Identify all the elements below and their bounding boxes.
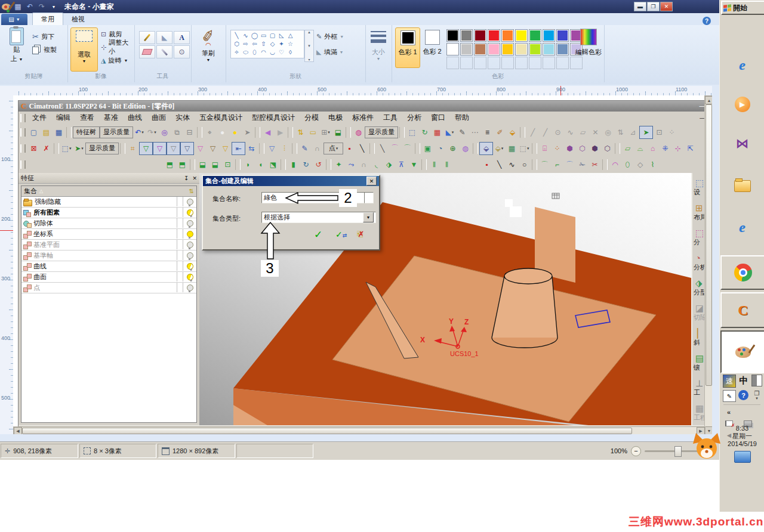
trim-2[interactable]: ✂ [589, 159, 601, 171]
task-cimatron[interactable]: C [720, 292, 764, 328]
pt-red[interactable]: ▪ [480, 159, 493, 171]
outline-button[interactable]: ✎外框▼ [316, 31, 344, 42]
quicklaunch-mediaplayer[interactable]: ▶ [720, 97, 764, 112]
size-button[interactable]: 大小 ▼ [365, 27, 392, 70]
visibility-bulb[interactable] [183, 229, 196, 239]
cimatron-menu-分析[interactable]: 分析 [402, 113, 426, 123]
pin-icon[interactable]: ↧ [184, 175, 189, 181]
shape-cell[interactable]: ▢ [268, 32, 277, 39]
shape-cell[interactable]: ✧ [232, 48, 241, 56]
sketch-line[interactable]: ╱ [526, 126, 539, 138]
viewport[interactable]: X Y Z UCS10_1 集合-创建及编辑 ✕ 集合名称: 綠色 [199, 173, 691, 425]
plane-green[interactable]: ▱ [621, 143, 634, 154]
surf-pair-2[interactable]: ⫴ [440, 159, 453, 171]
sketcher[interactable]: ✎ [298, 143, 311, 154]
bulb-cursor[interactable]: ➤ [241, 126, 254, 138]
shape-cell[interactable]: ◡ [268, 48, 277, 56]
point-button[interactable]: 点▾ [324, 143, 343, 154]
display-quality-button-3[interactable]: 显示质量 [85, 143, 119, 154]
shape-cell[interactable]: ☆ [286, 40, 295, 48]
shape-cell[interactable]: ⇦ [250, 40, 259, 48]
palette-color[interactable] [488, 29, 500, 42]
redo[interactable]: ↷▾ [146, 126, 158, 138]
cimatron-menu-曲面[interactable]: 曲面 [147, 113, 171, 123]
grid-toggle[interactable]: ⊞▾ [319, 126, 332, 138]
tab-home[interactable]: 常用 [32, 13, 63, 25]
dialog-close-icon[interactable]: ✕ [366, 177, 377, 185]
back-arrow[interactable]: ◀ [261, 126, 274, 138]
palette-color[interactable] [501, 29, 514, 42]
palette-color[interactable] [543, 29, 555, 42]
cube-purple-1[interactable]: ⬢ [563, 143, 576, 154]
palette-color[interactable] [529, 43, 541, 55]
show-desktop-button[interactable] [734, 451, 751, 463]
cursor-x[interactable]: ✗ [40, 143, 53, 154]
cimatron-menu-电极[interactable]: 电极 [324, 113, 347, 123]
feature-row[interactable]: 坐标系 [21, 229, 196, 240]
ucs-move[interactable]: ⇱ [684, 143, 697, 154]
axis-circle[interactable]: ⊙ [552, 126, 564, 138]
rotate-button[interactable]: ◮旋轉▼ [101, 55, 128, 66]
select-button[interactable]: 選取 ▼ [70, 27, 98, 72]
cimatron-menu-基准[interactable]: 基准 [99, 113, 123, 123]
cimatron-menu-五金模具设计[interactable]: 五金模具设计 [195, 113, 247, 123]
magnifier-tool[interactable]: ⊙ [174, 45, 190, 58]
edit-colors-button[interactable]: 編輯色彩 [575, 29, 602, 57]
palette-empty-slot[interactable] [556, 57, 569, 69]
palette-color[interactable] [501, 43, 514, 55]
cimatron-menu-分模[interactable]: 分模 [300, 113, 324, 123]
chamfer[interactable]: ⌐ [551, 159, 563, 171]
line-width[interactable]: ≡ [481, 126, 494, 138]
palette-color[interactable] [474, 43, 486, 55]
visibility-bulb[interactable] [183, 218, 196, 228]
curve-tool[interactable]: ∿ [506, 159, 518, 171]
dialog-titlebar[interactable]: 集合-创建及编辑 ✕ [203, 176, 379, 186]
eraser-tool[interactable] [139, 45, 155, 58]
qat-dropdown-icon[interactable]: ▼ [49, 2, 58, 11]
bulb-yellow[interactable]: ● [229, 126, 241, 138]
pick-arrow[interactable]: ➤▾ [73, 143, 85, 154]
palette-color[interactable] [543, 43, 555, 55]
feature-row[interactable]: 切除体 [21, 218, 196, 229]
shape-cell[interactable]: ◺ [277, 32, 286, 39]
orbit-view[interactable]: ◍ [459, 143, 472, 154]
ime-halfwidth-icon[interactable] [751, 375, 762, 386]
line-black[interactable]: ╲ [356, 143, 368, 154]
shape-cell[interactable]: ⇨ [241, 40, 250, 48]
cimatron-menu-编辑[interactable]: 编辑 [51, 113, 75, 123]
shape-cell[interactable]: ⬭ [241, 48, 250, 56]
filter-gold[interactable]: ▽ [219, 143, 232, 154]
fill-color[interactable]: ◣▾ [443, 126, 456, 138]
paint-menu-button[interactable]: ▤▼ [1, 14, 27, 25]
filter-edge[interactable]: ▽ [167, 142, 180, 155]
feature-tree-header[interactable]: 集合 △ ⇅ [21, 186, 196, 197]
filter-dim[interactable]: ⇤ [232, 142, 245, 155]
rotate-entity[interactable]: ↻ [418, 126, 431, 138]
cube-dark-1[interactable]: ⬢ [589, 143, 601, 154]
shape-cell[interactable]: ◯ [250, 32, 259, 39]
ucs-blue[interactable]: ⁜ [659, 143, 671, 154]
shape-cell[interactable]: ⬡ [232, 40, 241, 48]
palette-empty-slot[interactable] [474, 57, 486, 69]
solid-copy-2[interactable]: ⬓ [209, 159, 221, 171]
swap-entities[interactable]: ⇅ [294, 126, 307, 138]
palette-color[interactable] [460, 29, 473, 42]
shape-cell[interactable]: ╲ [232, 32, 241, 39]
open-file[interactable]: ▤ [40, 126, 53, 138]
set-type-combobox[interactable]: 根据选择 [261, 212, 376, 223]
brush-render[interactable]: ✐ [494, 126, 506, 138]
solid-remove[interactable]: ↺ [312, 159, 325, 171]
cimatron-menu-查看[interactable]: 查看 [75, 113, 99, 123]
feature-row[interactable]: 曲面 [21, 272, 196, 283]
display-quality-button[interactable]: 显示质量 [100, 126, 133, 138]
fillet-2[interactable]: ⌒ [563, 159, 576, 171]
visibility-bulb[interactable] [183, 261, 196, 271]
surface-fold[interactable]: ⌓ [634, 143, 646, 154]
new-file[interactable]: ▢ [27, 126, 40, 138]
surface-gray[interactable]: ◇ [634, 159, 646, 171]
pick-box[interactable]: ⊡ [653, 126, 666, 138]
zoom-view[interactable]: ◔ [434, 143, 446, 154]
palette-color[interactable] [446, 29, 459, 42]
undo-icon[interactable]: ↶ [25, 2, 35, 11]
save-file[interactable]: ▦ [53, 126, 65, 138]
